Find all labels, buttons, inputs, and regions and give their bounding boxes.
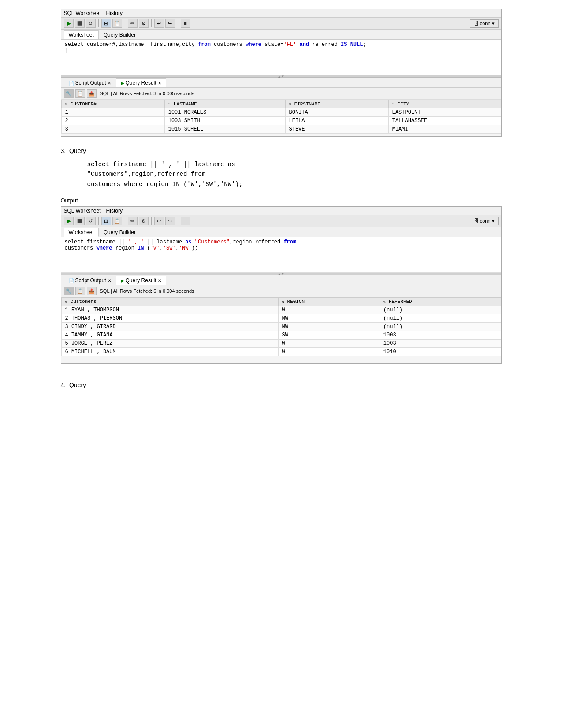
table-cell: (null) <box>380 323 501 331</box>
edit-button[interactable]: ✏ <box>128 19 138 28</box>
table-cell: 2 THOMAS , PIERSON <box>61 314 278 323</box>
undo-button[interactable]: ↩ <box>154 19 164 28</box>
result-status-1: SQL | All Rows Fetched: 3 in 0.005 secon… <box>100 91 194 96</box>
table-cell: STEVE <box>285 125 388 134</box>
table-cell: 1010 <box>380 348 501 356</box>
sql-editor-2[interactable]: select firstname || ' , ' || lastname as… <box>61 237 501 273</box>
table-row: 11001 MORALESBONITAEASTPOINT <box>61 108 501 117</box>
separator-6 <box>125 217 125 225</box>
query-result-close-1[interactable]: ✕ <box>158 81 161 86</box>
table-row: 2 THOMAS , PIERSONNW(null) <box>61 314 501 323</box>
list-button-2[interactable]: ≡ <box>181 217 190 225</box>
result-status-2: SQL | All Rows Fetched: 6 in 0.004 secon… <box>100 288 194 294</box>
table-cell: 1003 <box>380 340 501 348</box>
copy-button-2[interactable]: 📋 <box>112 217 122 225</box>
menu-item-history-2[interactable]: History <box>106 208 123 214</box>
table-cell: W <box>278 340 380 348</box>
result-run-btn-1[interactable]: 🔧 <box>64 89 74 98</box>
toolbar-buttons-1: ▶ ⬛ ↺ ⊞ 📋 ✏ ⚙ ↩ ↪ ≡ <box>64 19 190 28</box>
tab-worksheet-1[interactable]: Worksheet <box>64 30 99 39</box>
stop-button-2[interactable]: ⬛ <box>75 217 85 225</box>
table-cell: 1003 SMITH <box>164 117 285 125</box>
script-output-close[interactable]: ✕ <box>108 81 111 86</box>
script-output-close-2[interactable]: ✕ <box>108 278 111 283</box>
sort-icon-3: ⇅ <box>289 102 291 107</box>
menu-item-history[interactable]: History <box>106 10 123 16</box>
result-copy-btn-1[interactable]: 📋 <box>75 89 85 98</box>
redo-button-2[interactable]: ↪ <box>165 217 175 225</box>
query-4-section: 4. Query <box>61 381 502 388</box>
list-button[interactable]: ≡ <box>181 19 190 28</box>
table-cell: W <box>278 348 380 356</box>
tab-query-result-2[interactable]: ▶ Query Result ✕ <box>116 276 166 285</box>
result-export-btn-1[interactable]: 📤 <box>87 89 97 98</box>
sort-icon: ⇅ <box>65 102 67 107</box>
table-cell: 1 RYAN , THOMPSON <box>61 306 278 314</box>
table-cell: 4 TAMMY , GIANA <box>61 331 278 340</box>
page-content: SQL Worksheet History ▶ ⬛ ↺ ⊞ 📋 ✏ ⚙ ↩ ↪ … <box>61 9 502 388</box>
edit-button-2[interactable]: ✏ <box>128 217 138 225</box>
menubar-2: SQL Worksheet History <box>61 207 501 215</box>
tab-script-output-1[interactable]: 📄 Script Output ✕ <box>64 78 116 87</box>
table-cell: 1003 <box>380 331 501 340</box>
conn-button-2[interactable]: 🗄 conn ▾ <box>470 217 499 225</box>
sql-panel-1: SQL Worksheet History ▶ ⬛ ↺ ⊞ 📋 ✏ ⚙ ↩ ↪ … <box>61 9 502 137</box>
toolbar-buttons-2: ▶ ⬛ ↺ ⊞ 📋 ✏ ⚙ ↩ ↪ ≡ <box>64 217 190 225</box>
separator-1 <box>98 19 99 27</box>
tab-querybuilder-1[interactable]: Query Builder <box>99 30 141 39</box>
col-region: ⇅ REGION <box>278 298 380 306</box>
tab-worksheet-2[interactable]: Worksheet <box>64 228 99 237</box>
worksheet-tabs-1: Worksheet Query Builder <box>61 30 501 40</box>
grid-button-2[interactable]: ⊞ <box>101 217 111 225</box>
table-cell: (null) <box>380 314 501 323</box>
table-cell: EASTPOINT <box>388 108 501 117</box>
run-button[interactable]: ▶ <box>64 19 74 28</box>
stop-button[interactable]: ⬛ <box>75 19 85 28</box>
table-row: 1 RYAN , THOMPSONW(null) <box>61 306 501 314</box>
table-row: 6 MICHELL , DAUMW1010 <box>61 348 501 356</box>
refresh-button[interactable]: ↺ <box>86 19 96 28</box>
query-result-icon-2: ▶ <box>121 278 124 283</box>
toolbar-1: ▶ ⬛ ↺ ⊞ 📋 ✏ ⚙ ↩ ↪ ≡ 🗄 conn ▾ <box>61 18 501 30</box>
sql-editor-1[interactable]: select customer#,lastname, firstname,cit… <box>61 40 501 75</box>
table-row: 31015 SCHELLSTEVEMIAMI <box>61 125 501 134</box>
run-button-2[interactable]: ▶ <box>64 217 74 225</box>
refresh-button-2[interactable]: ↺ <box>86 217 96 225</box>
undo-button-2[interactable]: ↩ <box>154 217 164 225</box>
result-export-btn-2[interactable]: 📤 <box>87 287 97 295</box>
query-result-close-2[interactable]: ✕ <box>158 278 161 283</box>
tab-query-result-1[interactable]: ▶ Query Result ✕ <box>116 78 166 87</box>
table-cell: 1015 SCHELL <box>164 125 285 134</box>
menu-item-worksheet[interactable]: SQL Worksheet <box>64 10 101 16</box>
menu-item-worksheet-2[interactable]: SQL Worksheet <box>64 208 101 214</box>
redo-button[interactable]: ↪ <box>165 19 175 28</box>
table-cell: 2 <box>61 117 164 125</box>
table-cell: W <box>278 306 380 314</box>
table-cell: 6 MICHELL , DAUM <box>61 348 278 356</box>
result-run-btn-2[interactable]: 🔧 <box>64 287 74 295</box>
db-icon: 🗄 <box>474 21 479 26</box>
separator-4 <box>178 19 178 27</box>
tab-querybuilder-2[interactable]: Query Builder <box>99 228 141 237</box>
gear-button[interactable]: ⚙ <box>139 19 149 28</box>
table-row: 4 TAMMY , GIANASW1003 <box>61 331 501 340</box>
table-cell: SW <box>278 331 380 340</box>
col-customer: ⇅ CUSTOMER# <box>61 100 164 108</box>
table-cell: LEILA <box>285 117 388 125</box>
separator-7 <box>151 217 152 225</box>
panel-footer-2 <box>61 356 501 363</box>
query-3-code: select firstname || ' , ' || lastname as… <box>87 160 502 189</box>
tab-script-output-2[interactable]: 📄 Script Output ✕ <box>64 276 116 285</box>
gear-button-2[interactable]: ⚙ <box>139 217 149 225</box>
db-icon-2: 🗄 <box>474 218 479 224</box>
table-cell: 1 <box>61 108 164 117</box>
result-copy-btn-2[interactable]: 📋 <box>75 287 85 295</box>
copy-button[interactable]: 📋 <box>112 19 122 28</box>
conn-button-1[interactable]: 🗄 conn ▾ <box>470 19 499 28</box>
conn-area-2: 🗄 conn ▾ <box>470 217 499 225</box>
table-cell: 1001 MORALES <box>164 108 285 117</box>
grid-button[interactable]: ⊞ <box>101 19 111 28</box>
query-3-number: 3. Query <box>61 147 502 154</box>
result-table-1: ⇅ CUSTOMER# ⇅ LASTNAME ⇅ FIRSTNAME ⇅ <box>61 100 501 134</box>
query-result-icon-1: ▶ <box>121 81 124 86</box>
